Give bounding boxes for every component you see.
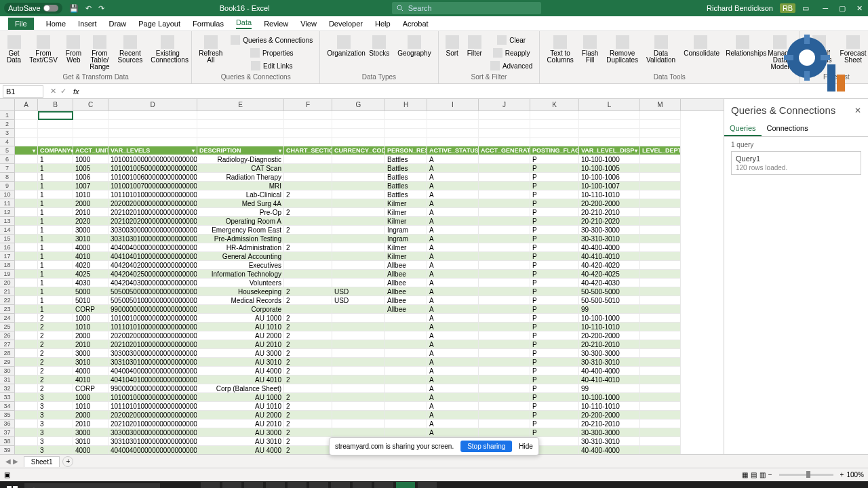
cell[interactable] bbox=[284, 305, 332, 314]
cell[interactable]: AU 1010 bbox=[197, 402, 284, 411]
cell[interactable]: 50-500-5010 bbox=[579, 296, 640, 305]
cell[interactable] bbox=[332, 111, 385, 120]
cell[interactable] bbox=[479, 111, 530, 120]
cell[interactable] bbox=[385, 384, 427, 393]
column-header[interactable]: G bbox=[332, 99, 385, 110]
cell[interactable]: 3000 bbox=[73, 349, 108, 358]
taskbar-search[interactable]: Type here to search bbox=[24, 483, 160, 488]
cell[interactable]: 99000000000000000000000000000 bbox=[108, 384, 197, 393]
cell[interactable]: A bbox=[427, 375, 479, 384]
ribbon-button[interactable]: Sort bbox=[443, 34, 462, 58]
cell[interactable]: AU 2000 bbox=[197, 331, 284, 340]
cell[interactable]: 4010 bbox=[73, 375, 108, 384]
cell[interactable]: ACCT_GENERATE▾ bbox=[479, 146, 530, 155]
cell[interactable]: 10-100-1007 bbox=[579, 182, 640, 190]
cell[interactable]: P bbox=[530, 358, 579, 367]
row-header[interactable]: 31 bbox=[0, 375, 15, 384]
cell[interactable] bbox=[640, 217, 681, 226]
cell[interactable]: 10100100600000000000000000000 bbox=[108, 173, 197, 182]
cell[interactable]: 1 bbox=[38, 287, 73, 296]
cell[interactable]: A bbox=[427, 393, 479, 402]
tab-page-layout[interactable]: Page Layout bbox=[138, 20, 180, 28]
cell[interactable] bbox=[332, 217, 385, 226]
cell[interactable]: 40420403000000000000000000000 bbox=[108, 279, 197, 287]
cell[interactable] bbox=[284, 217, 332, 226]
cell[interactable] bbox=[640, 155, 681, 164]
cell[interactable]: 3010 bbox=[73, 437, 108, 446]
cell[interactable]: Lab-Clinical bbox=[197, 190, 284, 199]
cell[interactable] bbox=[640, 437, 681, 446]
cell[interactable] bbox=[15, 111, 38, 120]
cell[interactable] bbox=[15, 393, 38, 402]
cell[interactable] bbox=[385, 402, 427, 411]
cell[interactable]: 20-200-2000 bbox=[579, 199, 640, 208]
cell[interactable] bbox=[479, 182, 530, 190]
cell[interactable] bbox=[579, 138, 640, 146]
cell[interactable]: P bbox=[530, 155, 579, 164]
cell[interactable] bbox=[15, 261, 38, 270]
cell[interactable] bbox=[385, 420, 427, 428]
cell[interactable] bbox=[479, 279, 530, 287]
cell[interactable] bbox=[332, 367, 385, 375]
cell[interactable]: P bbox=[530, 217, 579, 226]
cell[interactable] bbox=[479, 190, 530, 199]
cell[interactable]: A bbox=[427, 190, 479, 199]
cell[interactable]: Battles bbox=[385, 190, 427, 199]
start-button[interactable] bbox=[0, 481, 24, 488]
cell[interactable] bbox=[640, 446, 681, 454]
cell[interactable]: 1005 bbox=[73, 164, 108, 173]
ribbon-button[interactable]: Refresh All bbox=[196, 34, 225, 65]
tab-developer[interactable]: Developer bbox=[329, 20, 363, 28]
cell[interactable]: 10-110-1010 bbox=[579, 190, 640, 199]
cell[interactable]: AU 1000 bbox=[197, 393, 284, 402]
tab-home[interactable]: Home bbox=[46, 20, 66, 28]
row-header[interactable]: 15 bbox=[0, 235, 15, 243]
sheet-nav-icon[interactable]: ◀ ▶ bbox=[0, 458, 24, 465]
row-header[interactable]: 32 bbox=[0, 384, 15, 393]
cell[interactable]: POSTING_FLAG▾ bbox=[530, 146, 579, 155]
cell[interactable] bbox=[332, 411, 385, 420]
cell[interactable] bbox=[479, 208, 530, 217]
cell[interactable]: A bbox=[427, 428, 479, 437]
cell[interactable]: 3 bbox=[38, 446, 73, 454]
row-header[interactable]: 37 bbox=[0, 428, 15, 437]
cell[interactable]: 40420402500000000000000000000 bbox=[108, 270, 197, 279]
cell[interactable] bbox=[332, 252, 385, 261]
cell[interactable]: 2 bbox=[284, 420, 332, 428]
cell[interactable]: 2 bbox=[284, 296, 332, 305]
cell[interactable] bbox=[640, 305, 681, 314]
cell[interactable]: CORP bbox=[73, 384, 108, 393]
cell[interactable]: 2 bbox=[284, 226, 332, 235]
ribbon-button[interactable]: Manage Data Model bbox=[765, 34, 795, 72]
zoom-slider[interactable] bbox=[779, 474, 833, 476]
cell[interactable]: 2 bbox=[284, 287, 332, 296]
cell[interactable]: P bbox=[530, 340, 579, 349]
cell[interactable] bbox=[579, 120, 640, 129]
cell[interactable]: USD bbox=[332, 296, 385, 305]
cell[interactable] bbox=[332, 138, 385, 146]
autosave-toggle[interactable]: AutoSave bbox=[4, 3, 62, 14]
cell[interactable] bbox=[479, 314, 530, 323]
cell[interactable] bbox=[385, 331, 427, 340]
cell[interactable]: Pre-Admission Testing bbox=[197, 235, 284, 243]
cell[interactable] bbox=[15, 243, 38, 252]
ribbon-button[interactable]: Recent Sources bbox=[115, 34, 146, 65]
cell[interactable] bbox=[15, 358, 38, 367]
cell[interactable]: AU 2010 bbox=[197, 420, 284, 428]
cell[interactable]: 30-310-3010 bbox=[579, 235, 640, 243]
cell[interactable]: 99000000000000000000000000000 bbox=[108, 305, 197, 314]
cell[interactable] bbox=[332, 428, 385, 437]
cell[interactable] bbox=[640, 235, 681, 243]
cell[interactable] bbox=[640, 367, 681, 375]
cell[interactable] bbox=[284, 173, 332, 182]
cell[interactable]: 5000 bbox=[73, 287, 108, 296]
cell[interactable]: 2 bbox=[38, 314, 73, 323]
cancel-icon[interactable]: ✕ bbox=[50, 87, 56, 96]
cell[interactable] bbox=[479, 323, 530, 331]
cell[interactable]: 1 bbox=[38, 270, 73, 279]
cell[interactable]: 10110101000000000000000000000 bbox=[108, 402, 197, 411]
cell[interactable] bbox=[479, 164, 530, 173]
cell[interactable]: P bbox=[530, 420, 579, 428]
cell[interactable] bbox=[15, 129, 38, 138]
cell[interactable]: 2 bbox=[284, 208, 332, 217]
